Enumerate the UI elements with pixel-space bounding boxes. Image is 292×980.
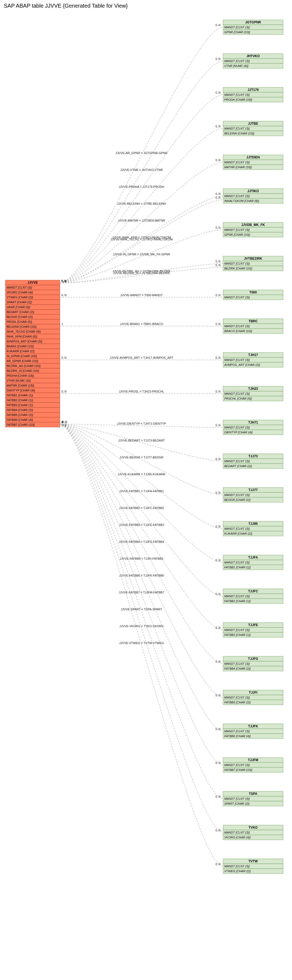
- table-header: TJJFI: [249, 690, 257, 694]
- table-field: DIENTYP [CHAR (4)]: [6, 389, 35, 392]
- table-field: FATBB7 [CHAR (10)]: [6, 423, 35, 426]
- cardinality-dst: 0..N: [216, 728, 221, 731]
- table-field: MANDT [CLNT (3)]: [224, 662, 250, 665]
- table-field: MANDT [CLNT (3)]: [224, 460, 250, 463]
- table-JJTBE: JJTBEMANDT [CLNT (3)]BELEINH [CHAR (10)]: [223, 121, 283, 136]
- edge-label: JJVVE-IN_GPNR = JJVDB_MK_FK-GPNR: [113, 253, 170, 256]
- table-field: FATBB6 [CHAR (4)]: [224, 735, 251, 738]
- table-field: FATBB5 [CHAR (2)]: [6, 413, 33, 417]
- table-header: JJT179: [248, 88, 259, 92]
- table-field: AR_GPNR [CHAR (10)]: [6, 360, 38, 363]
- table-TJJFI: TJJFIMANDT [CLNT (3)]FATBB5 [CHAR (2)]: [223, 690, 283, 705]
- table-JJTIKO: JJTIKOMANDT [CLNT (3)]INHALTSKOM [CHAR (…: [223, 189, 283, 204]
- cardinality-dst: 0..N: [216, 196, 221, 199]
- relation-edge: [60, 424, 223, 630]
- table-field: FATBB4 [CHAR (2)]: [224, 667, 251, 670]
- cardinality-dst: 0..N: [216, 24, 221, 27]
- edge-label: JJVVE-DIENTYP = TJH71-DIENTYP: [117, 422, 166, 425]
- table-field: FATBB7 [CHAR (10)]: [224, 768, 252, 772]
- table-header: JJVDB_MK_FK: [241, 223, 265, 227]
- table-field: MANDT [CLNT (3)]: [224, 325, 250, 328]
- table-header: JJTDIEN: [246, 156, 260, 159]
- cardinality-dst: 0..N: [216, 761, 221, 764]
- table-header: TVTW: [248, 859, 258, 863]
- table-field: MATNR [CHAR (18)]: [6, 384, 34, 387]
- table-field: VKORG [CHAR (4)]: [6, 291, 33, 294]
- edge-label: JJVVE-FATBB6 = TJJFK-FATBB6: [119, 574, 164, 577]
- edge-label: JJVVE-BELEINH = JJTBE-BELEINH: [117, 202, 166, 205]
- table-JJT179: JJT179MANDT [CLNT (3)]PRODH [CHAR (18)]: [223, 88, 283, 102]
- table-field: MANDT [CLNT (3)]: [224, 194, 250, 197]
- table-field: FATBB4 [CHAR (2)]: [6, 408, 33, 412]
- table-JVTBEZIRK: JVTBEZIRKMANDT [CLNT (3)]BEZIRK [CHAR (1…: [223, 256, 283, 271]
- table-field: GPNR [CHAR (10)]: [224, 30, 250, 34]
- table-field: FATBB5 [CHAR (2)]: [224, 701, 251, 704]
- table-field: FATBB1 [CHAR (1)]: [224, 566, 251, 569]
- table-header: TBRC: [248, 319, 258, 323]
- table-field: MANDT [CLNT (3)]: [224, 127, 250, 130]
- table-header: TJJFC: [248, 589, 258, 593]
- table-TSPA: TSPAMANDT [CLNT (3)]SPART [CHAR (2)]: [223, 791, 283, 806]
- table-field: MANDT [CLNT (3)]: [224, 831, 250, 834]
- table-field: MANDT [CLNT (3)]: [224, 595, 250, 598]
- table-field: FATBB2 [CHAR (1)]: [6, 399, 33, 402]
- table-header: TJJFG: [248, 657, 258, 661]
- relation-edge: [60, 424, 223, 596]
- table-TJJFC: TJJFCMANDT [CLNT (3)]FATBB2 [CHAR (1)]: [223, 589, 283, 603]
- relation-edge: [60, 424, 223, 697]
- table-field: MANDT [CLNT (3)]: [224, 25, 250, 29]
- table-header: TVKO: [248, 826, 257, 829]
- table-field: IN_GPNR [CHAR (10)]: [6, 355, 37, 358]
- table-header: TJJFM: [248, 758, 258, 762]
- edge-label: JJVVE-FATBB5 = TJJFI-FATBB5: [120, 557, 163, 560]
- table-TJJFA: TJJFAMANDT [CLNT (3)]FATBB1 [CHAR (1)]: [223, 555, 283, 570]
- table-field: DIENTYP [CHAR (4)]: [224, 431, 253, 434]
- edge-label: JJVVE-AVMPOS_ART = TJH17-AVMPOS_ART: [110, 356, 173, 360]
- table-field: BEDART [CHAR (2)]: [6, 310, 34, 313]
- table-field: MANDT [CLNT (3)]: [224, 93, 250, 96]
- cardinality-dst: 0..N: [216, 694, 221, 697]
- table-field: BRACO [CHAR (10)]: [224, 329, 252, 332]
- table-header: TJJ95: [248, 522, 258, 526]
- cardinality-dst: 0..N: [216, 294, 221, 297]
- relation-edge: [60, 424, 223, 832]
- table-field: BEDGR [CHAR (2)]: [224, 498, 251, 501]
- edge-label: JJVVE-SPART = TSPA-SPART: [121, 608, 162, 611]
- cardinality-dst: 0..N: [216, 829, 221, 832]
- edge-label: JJVVE-PRDHA = JJT179-PRODH: [119, 185, 164, 188]
- table-field: FATBB1 [CHAR (1)]: [6, 394, 33, 397]
- relation-edge: [60, 27, 223, 283]
- table-JJVDB_MK_FK: JJVDB_MK_FKMANDT [CLNT (3)]GPNR [CHAR (1…: [223, 223, 283, 237]
- edge-label: JJVVE-FATBB7 = TJJFM-FATBB7: [119, 591, 164, 594]
- cardinality-dst: 0..N: [216, 492, 221, 494]
- table-T000: T000MANDT [CLNT (3)]: [223, 290, 283, 300]
- table-TVKO: TVKOMANDT [CLNT (3)]VKORG [CHAR (4)]: [223, 825, 283, 840]
- table-header: JHTVKO: [246, 54, 260, 58]
- table-field: VKORG [CHAR (4)]: [224, 836, 251, 839]
- er-diagram: JJVVEMANDT [CLNT (3)]VKORG [CHAR (4)]VTW…: [0, 12, 292, 885]
- edge-label: JJVVE-MATNR = JJTDIEN-MATNR: [118, 219, 165, 222]
- cardinality-dst: 0..N: [216, 192, 221, 196]
- edge-label: JJVVE-BRAN1 = TBRC-BRACO: [120, 322, 163, 326]
- page-title: SAP ABAP table JJVVE {Generated Table fo…: [0, 0, 292, 12]
- relation-edge: [60, 61, 223, 283]
- table-field: AVMPOS_ART [CHAR (2)]: [224, 363, 260, 366]
- cardinality-src: 0..N: [62, 280, 67, 283]
- table-field: SPART [CHAR (2)]: [224, 802, 249, 805]
- edge-label: JJVVE-FATBB2 = TJJFC-FATBB2: [119, 506, 164, 510]
- table-JJTDIEN: JJTDIENMANDT [CLNT (3)]MATNR [CHAR (18)]: [223, 155, 283, 170]
- table-field: FATBB3 [CHAR (1)]: [224, 633, 251, 636]
- table-field: MANDT [CLNT (3)]: [6, 286, 32, 289]
- table-field: BEDART [CHAR (2)]: [224, 465, 252, 468]
- table-field: FATBB6 [CHAR (4)]: [6, 418, 33, 422]
- table-field: MANDT [CLNT (3)]: [224, 561, 250, 564]
- table-field: VANR [CHAR (5)]: [6, 305, 30, 309]
- table-field: PRSCHL [CHAR (5)]: [224, 397, 252, 400]
- cardinality-dst: 0..N: [216, 525, 221, 528]
- table-header: TSPA: [249, 792, 257, 796]
- table-TJJ77: TJJ77MANDT [CLNT (3)]BEDGR [CHAR (2)]: [223, 488, 283, 502]
- table-field: MANDT [CLNT (3)]: [224, 262, 250, 265]
- table-header: TJH71: [248, 421, 258, 425]
- table-header: TJJFE: [248, 623, 258, 627]
- table-field: KUKARR [CHAR (2)]: [224, 532, 252, 535]
